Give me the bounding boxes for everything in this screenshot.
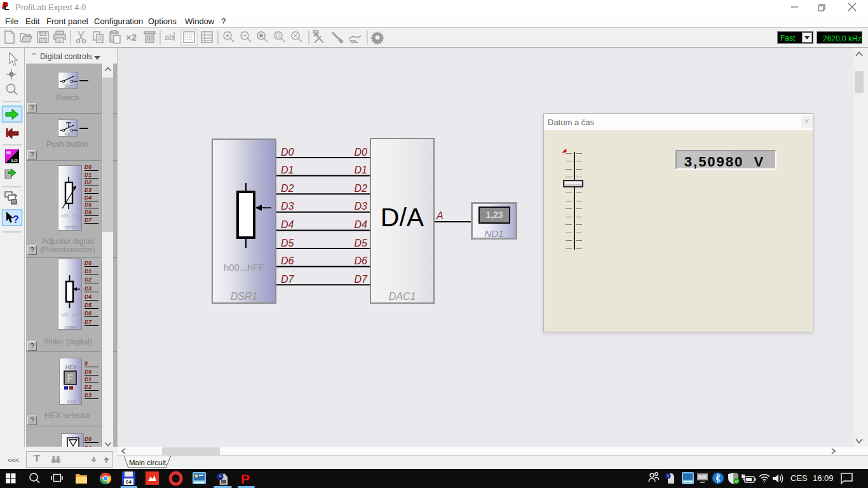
- svg-text:LO: LO: [11, 158, 18, 163]
- svg-text:DPT0: DPT0: [65, 226, 76, 230]
- svg-text:DSR0: DSR0: [65, 325, 77, 330]
- svg-text:SW0: SW0: [64, 84, 73, 88]
- svg-text:?: ?: [13, 214, 19, 225]
- svg-text:F: F: [67, 373, 74, 384]
- svg-text:64: 64: [126, 479, 132, 485]
- svg-text:h00...hFF: h00...hFF: [61, 214, 80, 218]
- svg-text:16:09: 16:09: [813, 473, 834, 483]
- svg-text:CES: CES: [790, 473, 808, 483]
- svg-text:HI: HI: [6, 151, 11, 155]
- svg-text:ab: ab: [165, 32, 173, 42]
- svg-text:H10: H10: [67, 400, 76, 404]
- svg-text:×2: ×2: [126, 32, 137, 43]
- svg-text:PB0: PB0: [65, 132, 73, 137]
- svg-text:P: P: [241, 471, 250, 486]
- svg-text:HEX: HEX: [65, 364, 78, 370]
- svg-text:h00...hFF: h00...hFF: [61, 313, 80, 317]
